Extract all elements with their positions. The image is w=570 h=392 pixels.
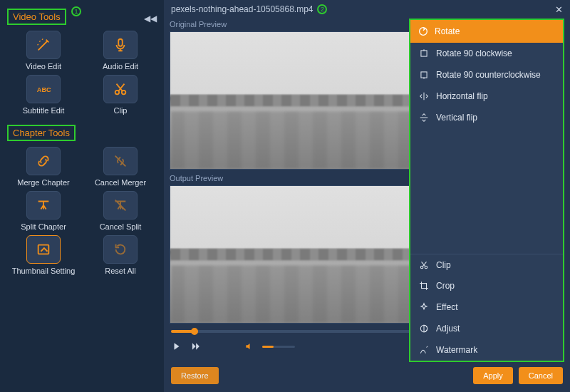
rotate-90-cw[interactable]: Rotate 90 clockwise xyxy=(410,43,563,64)
titlebar: pexels-nothing-ahead-10505868.mp4 2 ✕ xyxy=(164,0,570,19)
reset-all-tool[interactable]: Reset All xyxy=(84,235,157,275)
mic-icon xyxy=(103,31,138,59)
video-edit-tool[interactable]: Video Edit xyxy=(7,31,80,71)
crop-section[interactable]: Crop xyxy=(410,275,563,296)
footer: Restore Apply Cancel xyxy=(164,363,570,392)
filename: pexels-nothing-ahead-10505868.mp4 xyxy=(171,4,313,14)
tool-label: Subtitle Edit xyxy=(23,106,65,115)
svg-rect-7 xyxy=(421,72,427,78)
annotation-badge-2: 2 xyxy=(317,4,327,14)
tool-label: Thumbnail Setting xyxy=(12,267,76,275)
volume-icon[interactable] xyxy=(244,341,255,352)
main-area: pexels-nothing-ahead-10505868.mp4 2 ✕ Or… xyxy=(164,0,570,392)
next-icon[interactable] xyxy=(190,341,201,352)
watermark-section[interactable]: Watermark xyxy=(410,339,563,361)
adjust-section[interactable]: Adjust xyxy=(410,318,563,339)
audio-edit-tool[interactable]: Audio Edit xyxy=(84,31,157,71)
tool-label: Video Edit xyxy=(26,62,61,71)
tool-label: Audio Edit xyxy=(103,62,138,71)
video-tools-grid: Video Edit Audio Edit ABC Subtitle Edit … xyxy=(7,31,157,115)
split-icon xyxy=(26,191,61,220)
reset-icon xyxy=(103,235,138,264)
abc-icon: ABC xyxy=(26,75,61,103)
merge-chapter-tool[interactable]: Merge Chapter xyxy=(7,147,80,187)
split-chapter-tool[interactable]: Split Chapter xyxy=(7,191,80,231)
video-tools-title: Video Tools xyxy=(7,9,66,25)
chapter-tools-grid: Merge Chapter Cancel Merger Split Chapte… xyxy=(7,147,157,275)
clip-tool[interactable]: Clip xyxy=(84,75,157,115)
clip-section[interactable]: Clip xyxy=(410,254,563,275)
rotate-label: Rotate xyxy=(435,26,460,36)
cancel-merger-tool[interactable]: Cancel Merger xyxy=(84,147,157,187)
chapter-tools-title: Chapter Tools xyxy=(7,125,76,141)
tool-label: Reset All xyxy=(105,267,135,275)
scissors-icon xyxy=(103,75,138,103)
sidebar: Video Tools ◀◀ Video Edit Audio Edit ABC xyxy=(0,0,164,392)
svg-point-5 xyxy=(420,28,428,36)
close-icon[interactable]: ✕ xyxy=(555,4,563,15)
thumbnail-icon xyxy=(26,235,61,264)
svg-rect-0 xyxy=(118,39,123,46)
vertical-flip[interactable]: Vertical flip xyxy=(410,107,563,128)
annotation-badge-1: 1 xyxy=(71,6,81,16)
subtitle-edit-tool[interactable]: ABC Subtitle Edit xyxy=(7,75,80,115)
unsplit-icon xyxy=(103,191,138,220)
wand-icon xyxy=(26,31,61,59)
collapse-icon[interactable]: ◀◀ xyxy=(144,14,157,24)
play-icon[interactable] xyxy=(171,341,182,352)
apply-button[interactable]: Apply xyxy=(473,367,513,384)
tool-label: Split Chapter xyxy=(21,222,66,231)
edit-panel: Rotate Rotate 90 clockwise Rotate 90 cou… xyxy=(409,19,564,362)
svg-text:ABC: ABC xyxy=(37,86,51,93)
volume-slider[interactable] xyxy=(262,346,295,348)
thumbnail-setting-tool[interactable]: Thumbnail Setting xyxy=(7,235,80,275)
effect-section[interactable]: Effect xyxy=(410,296,563,318)
unlink-icon xyxy=(103,147,138,175)
tool-label: Cancel Split xyxy=(100,222,142,231)
tool-label: Clip xyxy=(114,106,128,115)
cancel-button[interactable]: Cancel xyxy=(519,367,563,384)
cancel-split-tool[interactable]: Cancel Split xyxy=(84,191,157,231)
horizontal-flip[interactable]: Horizontal flip xyxy=(410,86,563,107)
restore-button[interactable]: Restore xyxy=(171,367,219,384)
tool-label: Cancel Merger xyxy=(95,178,146,187)
link-icon xyxy=(26,147,61,175)
svg-rect-6 xyxy=(421,51,427,56)
tool-label: Merge Chapter xyxy=(17,178,69,187)
rotate-section-header[interactable]: Rotate xyxy=(410,20,563,43)
rotate-90-ccw[interactable]: Rotate 90 counterclockwise xyxy=(410,64,563,86)
